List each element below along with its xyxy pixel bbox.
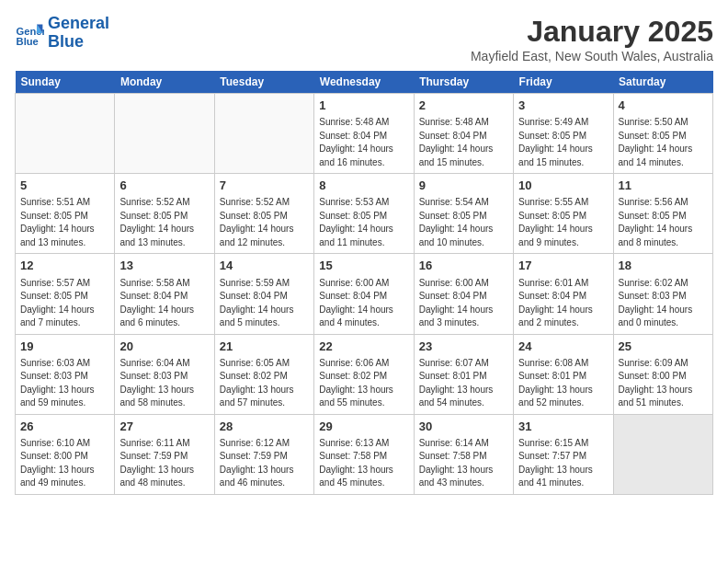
day-number: 8	[319, 178, 408, 194]
calendar-table: SundayMondayTuesdayWednesdayThursdayFrid…	[15, 71, 713, 495]
day-number: 9	[419, 178, 508, 194]
logo-icon: General Blue	[15, 18, 44, 48]
calendar-cell: 16Sunrise: 6:00 AM Sunset: 8:04 PM Dayli…	[414, 254, 513, 334]
day-content: Sunrise: 6:06 AM Sunset: 8:02 PM Dayligh…	[319, 357, 408, 410]
calendar-cell: 9Sunrise: 5:54 AM Sunset: 8:05 PM Daylig…	[414, 174, 513, 254]
day-content: Sunrise: 5:48 AM Sunset: 8:04 PM Dayligh…	[319, 116, 408, 169]
calendar-cell: 29Sunrise: 6:13 AM Sunset: 7:58 PM Dayli…	[314, 414, 414, 494]
svg-text:Blue: Blue	[17, 36, 39, 47]
calendar-cell: 21Sunrise: 6:05 AM Sunset: 8:02 PM Dayli…	[214, 334, 313, 414]
day-number: 27	[119, 419, 209, 435]
calendar-cell: 11Sunrise: 5:56 AM Sunset: 8:05 PM Dayli…	[613, 174, 712, 254]
calendar-cell: 3Sunrise: 5:49 AM Sunset: 8:05 PM Daylig…	[514, 94, 613, 174]
day-number: 10	[518, 178, 608, 194]
calendar-cell: 24Sunrise: 6:08 AM Sunset: 8:01 PM Dayli…	[514, 334, 613, 414]
calendar-cell	[115, 94, 214, 174]
day-content: Sunrise: 5:55 AM Sunset: 8:05 PM Dayligh…	[518, 196, 608, 249]
day-content: Sunrise: 6:04 AM Sunset: 8:03 PM Dayligh…	[119, 357, 209, 410]
day-content: Sunrise: 6:03 AM Sunset: 8:03 PM Dayligh…	[20, 357, 109, 410]
day-number: 13	[119, 258, 209, 274]
day-content: Sunrise: 6:05 AM Sunset: 8:02 PM Dayligh…	[220, 357, 309, 410]
day-content: Sunrise: 6:07 AM Sunset: 8:01 PM Dayligh…	[419, 357, 508, 410]
calendar-cell: 28Sunrise: 6:12 AM Sunset: 7:59 PM Dayli…	[214, 414, 313, 494]
day-number: 21	[220, 339, 309, 355]
day-content: Sunrise: 5:56 AM Sunset: 8:05 PM Dayligh…	[619, 196, 708, 249]
day-number: 28	[220, 419, 309, 435]
day-content: Sunrise: 6:10 AM Sunset: 8:00 PM Dayligh…	[20, 437, 109, 490]
day-number: 17	[518, 258, 608, 274]
calendar-header-row: SundayMondayTuesdayWednesdayThursdayFrid…	[16, 71, 713, 94]
month-title: January 2025	[471, 15, 713, 49]
day-number: 14	[220, 258, 309, 274]
calendar-cell	[613, 414, 712, 494]
calendar-cell: 4Sunrise: 5:50 AM Sunset: 8:05 PM Daylig…	[613, 94, 712, 174]
day-number: 16	[419, 258, 508, 274]
day-content: Sunrise: 5:53 AM Sunset: 8:05 PM Dayligh…	[319, 196, 408, 249]
day-content: Sunrise: 5:50 AM Sunset: 8:05 PM Dayligh…	[619, 116, 708, 169]
calendar-week-5: 26Sunrise: 6:10 AM Sunset: 8:00 PM Dayli…	[16, 414, 713, 494]
day-content: Sunrise: 5:58 AM Sunset: 8:04 PM Dayligh…	[119, 277, 209, 330]
day-content: Sunrise: 5:52 AM Sunset: 8:05 PM Dayligh…	[119, 196, 209, 249]
calendar-cell: 12Sunrise: 5:57 AM Sunset: 8:05 PM Dayli…	[16, 254, 115, 334]
day-number: 19	[20, 339, 109, 355]
logo-subtext: Blue	[48, 32, 84, 51]
calendar-cell: 13Sunrise: 5:58 AM Sunset: 8:04 PM Dayli…	[115, 254, 214, 334]
calendar-cell: 22Sunrise: 6:06 AM Sunset: 8:02 PM Dayli…	[314, 334, 414, 414]
calendar-cell: 10Sunrise: 5:55 AM Sunset: 8:05 PM Dayli…	[514, 174, 613, 254]
day-number: 23	[419, 339, 508, 355]
day-number: 31	[518, 419, 608, 435]
day-number: 5	[20, 178, 109, 194]
weekday-header-wednesday: Wednesday	[314, 71, 414, 94]
logo-text: General	[48, 14, 109, 32]
calendar-week-4: 19Sunrise: 6:03 AM Sunset: 8:03 PM Dayli…	[16, 334, 713, 414]
day-content: Sunrise: 5:52 AM Sunset: 8:05 PM Dayligh…	[220, 196, 309, 249]
weekday-header-friday: Friday	[514, 71, 613, 94]
day-content: Sunrise: 6:08 AM Sunset: 8:01 PM Dayligh…	[518, 357, 608, 410]
calendar-cell: 26Sunrise: 6:10 AM Sunset: 8:00 PM Dayli…	[16, 414, 115, 494]
day-content: Sunrise: 6:00 AM Sunset: 8:04 PM Dayligh…	[419, 277, 508, 330]
weekday-header-saturday: Saturday	[613, 71, 712, 94]
calendar-cell: 2Sunrise: 5:48 AM Sunset: 8:04 PM Daylig…	[414, 94, 513, 174]
calendar-cell: 17Sunrise: 6:01 AM Sunset: 8:04 PM Dayli…	[514, 254, 613, 334]
day-content: Sunrise: 6:15 AM Sunset: 7:57 PM Dayligh…	[518, 437, 608, 490]
calendar-week-1: 1Sunrise: 5:48 AM Sunset: 8:04 PM Daylig…	[16, 94, 713, 174]
title-block: January 2025 Mayfield East, New South Wa…	[471, 15, 713, 63]
weekday-header-thursday: Thursday	[414, 71, 513, 94]
calendar-cell: 15Sunrise: 6:00 AM Sunset: 8:04 PM Dayli…	[314, 254, 414, 334]
day-content: Sunrise: 5:51 AM Sunset: 8:05 PM Dayligh…	[20, 196, 109, 249]
calendar-week-3: 12Sunrise: 5:57 AM Sunset: 8:05 PM Dayli…	[16, 254, 713, 334]
day-number: 15	[319, 258, 408, 274]
day-number: 18	[619, 258, 708, 274]
day-number: 11	[619, 178, 708, 194]
day-number: 7	[220, 178, 309, 194]
day-content: Sunrise: 6:09 AM Sunset: 8:00 PM Dayligh…	[619, 357, 708, 410]
day-number: 30	[419, 419, 508, 435]
day-content: Sunrise: 5:48 AM Sunset: 8:04 PM Dayligh…	[419, 116, 508, 169]
calendar-cell: 8Sunrise: 5:53 AM Sunset: 8:05 PM Daylig…	[314, 174, 414, 254]
day-number: 24	[518, 339, 608, 355]
day-number: 26	[20, 419, 109, 435]
day-content: Sunrise: 6:02 AM Sunset: 8:03 PM Dayligh…	[619, 277, 708, 330]
day-content: Sunrise: 5:54 AM Sunset: 8:05 PM Dayligh…	[419, 196, 508, 249]
day-content: Sunrise: 6:00 AM Sunset: 8:04 PM Dayligh…	[319, 277, 408, 330]
day-content: Sunrise: 6:12 AM Sunset: 7:59 PM Dayligh…	[220, 437, 309, 490]
weekday-header-monday: Monday	[115, 71, 214, 94]
day-number: 12	[20, 258, 109, 274]
weekday-header-sunday: Sunday	[16, 71, 115, 94]
day-content: Sunrise: 5:49 AM Sunset: 8:05 PM Dayligh…	[518, 116, 608, 169]
day-number: 3	[518, 98, 608, 114]
calendar-body: 1Sunrise: 5:48 AM Sunset: 8:04 PM Daylig…	[16, 94, 713, 495]
weekday-header-tuesday: Tuesday	[214, 71, 313, 94]
calendar-cell: 7Sunrise: 5:52 AM Sunset: 8:05 PM Daylig…	[214, 174, 313, 254]
calendar-cell: 27Sunrise: 6:11 AM Sunset: 7:59 PM Dayli…	[115, 414, 214, 494]
location-subtitle: Mayfield East, New South Wales, Australi…	[471, 49, 713, 63]
logo: General Blue General Blue	[15, 15, 109, 52]
calendar-cell: 6Sunrise: 5:52 AM Sunset: 8:05 PM Daylig…	[115, 174, 214, 254]
calendar-cell: 25Sunrise: 6:09 AM Sunset: 8:00 PM Dayli…	[613, 334, 712, 414]
day-content: Sunrise: 5:59 AM Sunset: 8:04 PM Dayligh…	[220, 277, 309, 330]
day-content: Sunrise: 6:14 AM Sunset: 7:58 PM Dayligh…	[419, 437, 508, 490]
day-number: 2	[419, 98, 508, 114]
day-number: 1	[319, 98, 408, 114]
day-content: Sunrise: 6:01 AM Sunset: 8:04 PM Dayligh…	[518, 277, 608, 330]
calendar-cell	[214, 94, 313, 174]
